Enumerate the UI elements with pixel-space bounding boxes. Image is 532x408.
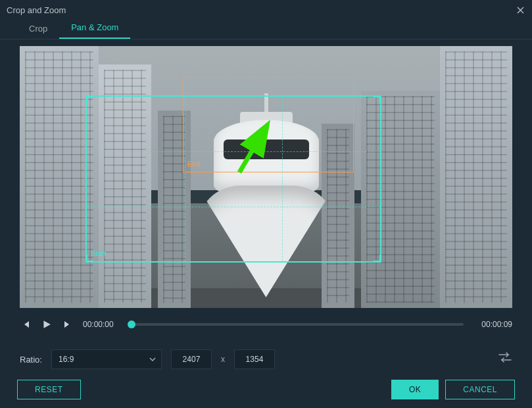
- height-field[interactable]: 1354: [234, 349, 275, 369]
- dialog-footer: RESET OK CANCEL: [0, 371, 532, 408]
- next-frame-button[interactable]: [62, 319, 74, 330]
- ratio-select[interactable]: 16:9: [51, 349, 162, 369]
- current-time: 00:00:00: [83, 320, 122, 329]
- timeline-knob[interactable]: [128, 320, 135, 328]
- ratio-row: Ratio: 16:9 2407 x 1354: [20, 345, 512, 374]
- window-title: Crop and Zoom: [7, 5, 66, 15]
- resize-handle-top-left[interactable]: [85, 95, 93, 103]
- ratio-label: Ratio:: [20, 355, 42, 365]
- start-frame-box[interactable]: Start: [85, 95, 381, 263]
- close-icon[interactable]: [515, 5, 525, 15]
- tab-bar: Crop Pan & Zoom: [0, 20, 532, 39]
- width-field[interactable]: 2407: [171, 349, 212, 369]
- cancel-button[interactable]: CANCEL: [445, 380, 515, 399]
- transport-bar: 00:00:00 00:00:09: [20, 311, 512, 338]
- height-value: 1354: [246, 355, 264, 364]
- resize-handle-top-right[interactable]: [374, 95, 381, 103]
- duration-time: 00:00:09: [473, 320, 512, 329]
- ratio-select-value: 16:9: [59, 355, 74, 364]
- title-bar: Crop and Zoom: [0, 0, 532, 20]
- swap-start-end-icon[interactable]: [498, 352, 512, 367]
- prev-frame-button[interactable]: [20, 319, 32, 330]
- resize-handle-bottom-right[interactable]: [374, 255, 381, 263]
- width-value: 2407: [183, 355, 201, 364]
- timeline-slider[interactable]: [132, 323, 464, 326]
- chevron-down-icon: [149, 357, 156, 361]
- tab-pan-and-zoom[interactable]: Pan & Zoom: [59, 18, 130, 39]
- play-button[interactable]: [41, 319, 53, 330]
- video-preview[interactable]: End Start: [20, 46, 512, 308]
- ok-button[interactable]: OK: [391, 380, 439, 399]
- tab-crop[interactable]: Crop: [17, 20, 59, 39]
- dimension-separator: x: [221, 355, 225, 364]
- start-frame-label: Start: [91, 249, 106, 257]
- reset-button[interactable]: RESET: [17, 380, 81, 399]
